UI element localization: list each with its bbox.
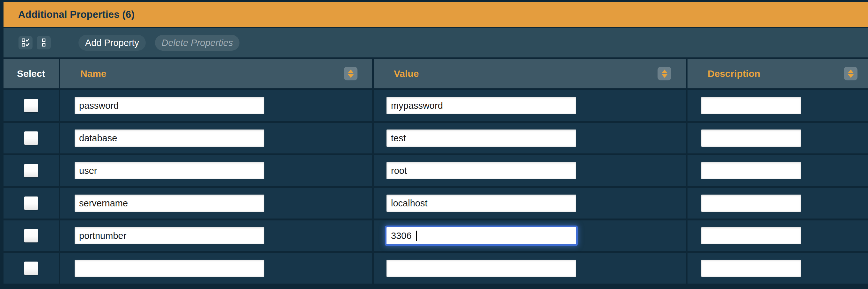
- row-4-select-checkbox[interactable]: [24, 229, 38, 242]
- row-name-cell: [60, 155, 372, 186]
- column-header-value: Value: [374, 59, 686, 88]
- row-description-cell: [687, 155, 868, 186]
- column-header-select: Select: [3, 59, 59, 88]
- row-1-value-input[interactable]: [386, 129, 576, 147]
- description-input-wrap: [687, 97, 801, 114]
- row-value-cell: [374, 123, 686, 153]
- value-input-wrap: [374, 195, 576, 212]
- sort-value-button[interactable]: [657, 67, 671, 80]
- name-input-wrap: [60, 162, 265, 179]
- column-header-value-label: Value: [374, 68, 419, 79]
- row-4-description-input[interactable]: [701, 227, 801, 244]
- select-all-icon: [20, 38, 31, 48]
- sort-description-button[interactable]: [844, 67, 858, 80]
- sort-descending-icon: [662, 74, 668, 78]
- row-4-value-input[interactable]: [386, 227, 576, 244]
- row-description-cell: [687, 123, 868, 153]
- deselect-all-button[interactable]: [37, 36, 51, 50]
- row-3-value-input[interactable]: [386, 195, 576, 212]
- row-3-name-input[interactable]: [74, 195, 265, 212]
- name-input-wrap: [60, 227, 265, 244]
- sort-descending-icon: [848, 74, 854, 78]
- row-description-cell: [687, 253, 868, 284]
- description-input-wrap: [687, 260, 801, 277]
- sort-ascending-icon: [662, 69, 668, 73]
- deselect-all-icon: [38, 38, 49, 48]
- row-4-name-input[interactable]: [74, 227, 265, 244]
- row-2-name-input[interactable]: [74, 162, 265, 179]
- value-input-wrap: [374, 260, 576, 277]
- column-header-name: Name: [60, 59, 372, 88]
- row-name-cell: [60, 90, 372, 121]
- description-input-wrap: [687, 227, 801, 244]
- row-value-cell: [374, 90, 686, 121]
- row-name-cell: [60, 188, 372, 219]
- value-input-wrap: [374, 227, 576, 244]
- row-select-cell: [3, 90, 59, 121]
- row-5-name-input[interactable]: [74, 260, 265, 277]
- row-select-cell: [3, 253, 59, 284]
- additional-properties-panel: Additional Properties (6) Add Property: [3, 2, 868, 289]
- row-name-cell: [60, 253, 372, 284]
- description-input-wrap: [687, 195, 801, 212]
- sort-descending-icon: [348, 74, 354, 78]
- delete-properties-button[interactable]: Delete Properties: [155, 35, 240, 51]
- name-input-wrap: [60, 195, 265, 212]
- add-property-button[interactable]: Add Property: [79, 35, 146, 51]
- sort-name-button[interactable]: [344, 67, 358, 80]
- row-3-select-checkbox[interactable]: [24, 197, 38, 210]
- column-header-description-label: Description: [687, 68, 760, 79]
- value-input-wrap: [374, 129, 576, 147]
- row-select-cell: [3, 188, 59, 219]
- row-0-name-input[interactable]: [74, 97, 265, 114]
- row-value-cell: [374, 221, 686, 251]
- row-3-description-input[interactable]: [701, 195, 801, 212]
- row-select-cell: [3, 123, 59, 153]
- row-name-cell: [60, 221, 372, 251]
- text-caret: [416, 231, 417, 241]
- row-1-name-input[interactable]: [74, 129, 265, 147]
- row-0-description-input[interactable]: [701, 97, 801, 114]
- description-input-wrap: [687, 129, 801, 147]
- properties-table: Select Name Value Description: [3, 59, 868, 284]
- row-select-cell: [3, 221, 59, 251]
- row-1-description-input[interactable]: [701, 129, 801, 147]
- row-description-cell: [687, 188, 868, 219]
- row-description-cell: [687, 221, 868, 251]
- column-header-select-label: Select: [17, 68, 45, 79]
- panel-title: Additional Properties (6): [18, 9, 134, 21]
- column-header-description: Description: [687, 59, 868, 88]
- name-input-wrap: [60, 129, 265, 147]
- row-name-cell: [60, 123, 372, 153]
- row-5-description-input[interactable]: [701, 260, 801, 277]
- panel-title-bar: Additional Properties (6): [3, 2, 868, 27]
- name-input-wrap: [60, 260, 265, 277]
- value-input-wrap: [374, 97, 576, 114]
- value-input-wrap: [374, 162, 576, 179]
- select-all-button[interactable]: [19, 36, 33, 50]
- row-value-cell: [374, 155, 686, 186]
- toolbar: Add Property Delete Properties: [3, 28, 868, 57]
- column-header-name-label: Name: [60, 68, 106, 79]
- name-input-wrap: [60, 97, 265, 114]
- row-5-value-input[interactable]: [386, 260, 576, 277]
- row-2-value-input[interactable]: [386, 162, 576, 179]
- row-2-select-checkbox[interactable]: [24, 164, 38, 177]
- row-1-select-checkbox[interactable]: [24, 132, 38, 145]
- description-input-wrap: [687, 162, 801, 179]
- row-0-value-input[interactable]: [386, 97, 576, 114]
- row-0-select-checkbox[interactable]: [24, 99, 38, 112]
- row-description-cell: [687, 90, 868, 121]
- row-select-cell: [3, 155, 59, 186]
- row-5-select-checkbox[interactable]: [24, 262, 38, 275]
- row-2-description-input[interactable]: [701, 162, 801, 179]
- sort-ascending-icon: [848, 69, 854, 73]
- row-value-cell: [374, 253, 686, 284]
- sort-ascending-icon: [348, 69, 354, 73]
- row-value-cell: [374, 188, 686, 219]
